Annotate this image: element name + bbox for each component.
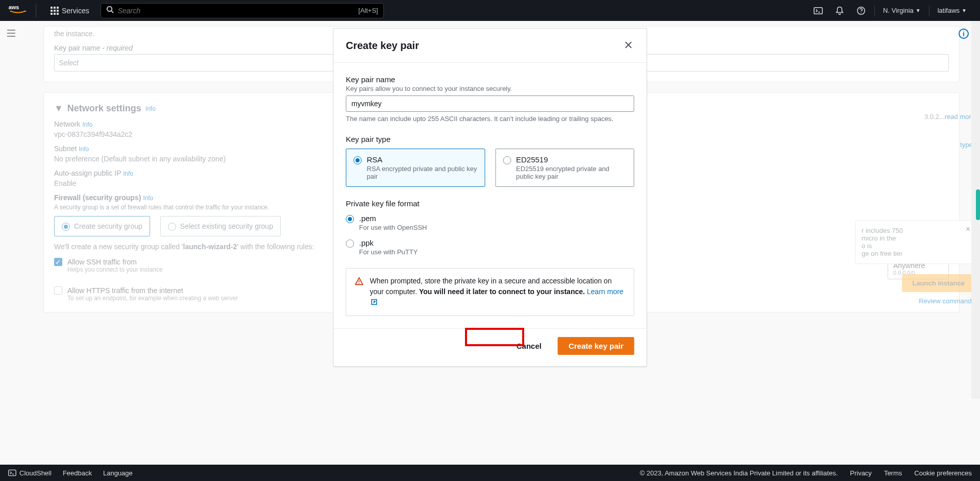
svg-rect-8 — [54, 13, 56, 15]
keypair-name-label: Key pair name — [346, 75, 634, 84]
svg-rect-9 — [57, 13, 59, 15]
scrollbar[interactable] — [971, 21, 980, 399]
ppk-option[interactable]: .ppk For use with PuTTY — [346, 238, 634, 256]
terms-link[interactable]: Terms — [884, 469, 902, 477]
cloudshell-button[interactable]: CloudShell — [8, 469, 52, 477]
grid-icon — [51, 7, 59, 15]
svg-point-15 — [861, 12, 861, 13]
services-label: Services — [62, 7, 89, 15]
language-selector[interactable]: Language — [103, 469, 133, 477]
warning-icon — [355, 277, 364, 308]
cancel-button[interactable]: Cancel — [507, 337, 551, 355]
cloudshell-icon-button[interactable] — [808, 1, 828, 21]
svg-rect-3 — [57, 7, 59, 9]
close-icon[interactable]: × — [966, 225, 970, 234]
create-sg-option[interactable]: Create security group — [54, 216, 150, 236]
svg-rect-6 — [57, 10, 59, 12]
svg-line-11 — [111, 11, 113, 13]
region-label: N. Virginia — [883, 7, 914, 14]
footer-bar: CloudShell Feedback Language © 2023, Ama… — [0, 465, 980, 481]
allow-https-checkbox[interactable] — [54, 286, 62, 295]
free-tier-notice: × r includes 750 micro in the o is ge on… — [855, 220, 975, 264]
file-format-label: Private key file format — [346, 199, 634, 208]
ed25519-option[interactable]: ED25519 ED25519 encrypted private and pu… — [495, 149, 634, 187]
close-icon[interactable]: ✕ — [622, 39, 634, 52]
account-menu[interactable]: latifaws ▼ — [933, 7, 972, 14]
search-shortcut-hint: [Alt+S] — [358, 7, 378, 14]
rsa-option[interactable]: RSA RSA encrypted private and public key… — [346, 149, 485, 187]
radio-off-icon — [346, 239, 354, 248]
svg-rect-5 — [54, 10, 56, 12]
region-selector[interactable]: N. Virginia ▼ — [878, 7, 926, 14]
notifications-icon-button[interactable] — [829, 1, 850, 21]
aws-logo[interactable]: aws — [8, 4, 36, 17]
top-nav: aws Services [Alt+S] N. Virginia ▼ latif… — [0, 0, 980, 21]
copyright-text: © 2023, Amazon Web Services India Privat… — [640, 469, 838, 477]
radio-off-icon — [503, 156, 511, 164]
search-input[interactable] — [118, 7, 358, 15]
help-icon-button[interactable] — [851, 1, 871, 21]
chevron-down-icon: ▼ — [916, 8, 921, 13]
search-box[interactable]: [Alt+S] — [101, 3, 384, 18]
launch-instance-button[interactable]: Launch instance — [902, 274, 975, 292]
search-icon — [106, 6, 114, 15]
services-button[interactable]: Services — [44, 7, 95, 15]
hamburger-menu[interactable] — [6, 28, 18, 40]
account-label: latifaws — [938, 7, 960, 14]
create-key-pair-button[interactable]: Create key pair — [558, 337, 634, 355]
create-key-pair-modal: Create key pair ✕ Key pair name Key pair… — [333, 28, 647, 367]
svg-point-20 — [359, 283, 360, 284]
keypair-type-label: Key pair type — [346, 135, 634, 143]
privacy-link[interactable]: Privacy — [850, 469, 872, 477]
radio-on-icon — [346, 215, 354, 223]
svg-rect-12 — [814, 7, 822, 14]
svg-rect-1 — [51, 7, 53, 9]
select-sg-option[interactable]: Select existing security group — [160, 216, 281, 236]
svg-rect-7 — [51, 13, 53, 15]
pem-option[interactable]: .pem For use with OpenSSH — [346, 214, 634, 231]
chevron-down-icon: ▼ — [54, 103, 63, 114]
feedback-link[interactable]: Feedback — [63, 469, 92, 477]
keypair-name-input[interactable] — [346, 95, 634, 112]
svg-rect-2 — [54, 7, 56, 9]
svg-rect-4 — [51, 10, 53, 12]
svg-rect-22 — [9, 470, 16, 475]
svg-point-10 — [107, 7, 112, 11]
external-link-icon — [371, 298, 378, 308]
review-commands-link[interactable]: Review commands — [855, 297, 975, 305]
radio-on-icon — [354, 156, 362, 164]
allow-ssh-checkbox[interactable]: ✓ — [54, 258, 62, 266]
warning-box: When prompted, store the private key in … — [346, 268, 634, 316]
chevron-down-icon: ▼ — [962, 8, 967, 13]
svg-text:aws: aws — [9, 4, 19, 10]
modal-title: Create key pair — [346, 40, 419, 52]
cookie-preferences-link[interactable]: Cookie preferences — [914, 469, 972, 477]
info-icon[interactable]: i — [959, 29, 969, 39]
